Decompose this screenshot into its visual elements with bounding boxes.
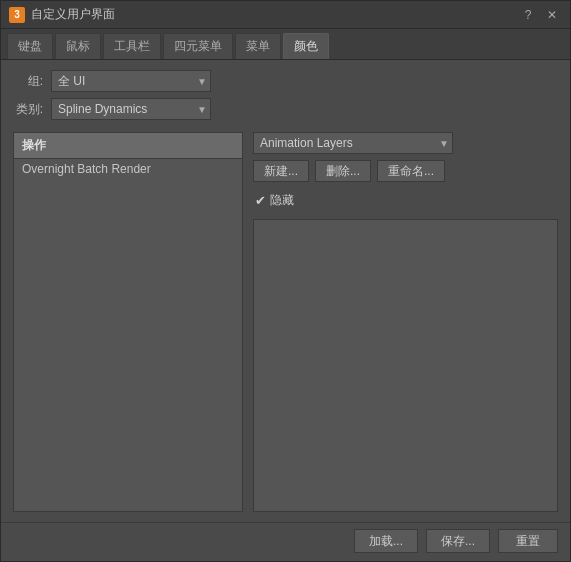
titlebar: 3 自定义用户界面 ? ✕ bbox=[1, 1, 570, 29]
tab-keyboard[interactable]: 键盘 bbox=[7, 33, 53, 59]
main-area: 操作 Overnight Batch Render Animation Laye… bbox=[13, 132, 558, 512]
hide-label: 隐藏 bbox=[270, 192, 294, 209]
category-select-wrap: Spline Dynamics ▼ bbox=[51, 98, 211, 120]
group-row: 组: 全 UI ▼ bbox=[13, 70, 558, 92]
help-button[interactable]: ? bbox=[518, 6, 538, 24]
group-select-wrap: 全 UI ▼ bbox=[51, 70, 211, 92]
group-label: 组: bbox=[13, 73, 43, 90]
app-icon: 3 bbox=[9, 7, 25, 23]
right-top-row: Animation Layers ▼ bbox=[253, 132, 558, 154]
titlebar-controls: ? ✕ bbox=[518, 6, 562, 24]
reset-button[interactable]: 重置 bbox=[498, 529, 558, 553]
tab-menu[interactable]: 菜单 bbox=[235, 33, 281, 59]
hide-checkbox-row: ✔ 隐藏 bbox=[253, 188, 558, 213]
load-button[interactable]: 加载... bbox=[354, 529, 418, 553]
actions-list[interactable]: Overnight Batch Render bbox=[13, 158, 243, 512]
tab-quadmenu[interactable]: 四元菜单 bbox=[163, 33, 233, 59]
group-select[interactable]: 全 UI bbox=[51, 70, 211, 92]
tab-color[interactable]: 颜色 bbox=[283, 33, 329, 59]
window-title: 自定义用户界面 bbox=[31, 6, 115, 23]
new-button[interactable]: 新建... bbox=[253, 160, 309, 182]
animation-layers-select-wrap: Animation Layers ▼ bbox=[253, 132, 453, 154]
category-label: 类别: bbox=[13, 101, 43, 118]
content-area: 组: 全 UI ▼ 类别: Spline Dynamics ▼ bbox=[1, 60, 570, 522]
category-select[interactable]: Spline Dynamics bbox=[51, 98, 211, 120]
list-item[interactable]: Overnight Batch Render bbox=[14, 159, 242, 179]
titlebar-left: 3 自定义用户界面 bbox=[9, 6, 115, 23]
tabs-bar: 键盘 鼠标 工具栏 四元菜单 菜单 颜色 bbox=[1, 29, 570, 60]
list-header: 操作 bbox=[13, 132, 243, 158]
main-window: 3 自定义用户界面 ? ✕ 键盘 鼠标 工具栏 四元菜单 菜单 颜色 组: 全 … bbox=[0, 0, 571, 562]
form-rows: 组: 全 UI ▼ 类别: Spline Dynamics ▼ bbox=[13, 70, 558, 120]
delete-button[interactable]: 删除... bbox=[315, 160, 371, 182]
close-button[interactable]: ✕ bbox=[542, 6, 562, 24]
tab-toolbar[interactable]: 工具栏 bbox=[103, 33, 161, 59]
right-list[interactable] bbox=[253, 219, 558, 512]
action-buttons-row: 新建... 删除... 重命名... bbox=[253, 160, 558, 182]
animation-layers-select[interactable]: Animation Layers bbox=[253, 132, 453, 154]
hide-checkbox[interactable]: ✔ bbox=[255, 193, 266, 208]
bottom-bar: 加载... 保存... 重置 bbox=[1, 522, 570, 561]
left-panel: 操作 Overnight Batch Render bbox=[13, 132, 243, 512]
tab-mouse[interactable]: 鼠标 bbox=[55, 33, 101, 59]
save-button[interactable]: 保存... bbox=[426, 529, 490, 553]
rename-button[interactable]: 重命名... bbox=[377, 160, 445, 182]
right-panel: Animation Layers ▼ 新建... 删除... 重命名... ✔ … bbox=[253, 132, 558, 512]
category-row: 类别: Spline Dynamics ▼ bbox=[13, 98, 558, 120]
